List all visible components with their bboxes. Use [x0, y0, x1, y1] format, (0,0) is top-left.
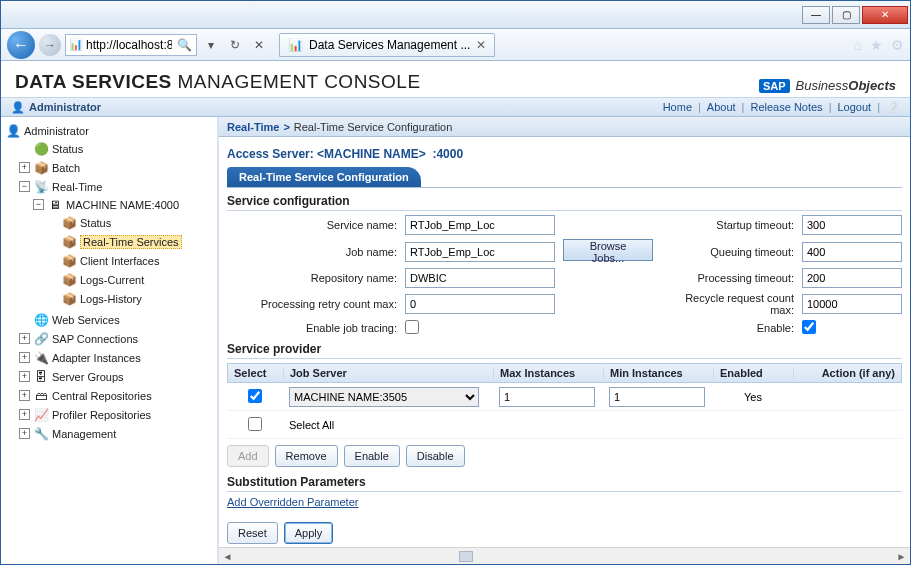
horizontal-scrollbar[interactable]: ◄ ►	[219, 547, 910, 564]
expand-icon[interactable]: +	[19, 428, 30, 439]
administrator-label: Administrator	[29, 101, 101, 113]
tree-root[interactable]: 👤Administrator	[5, 122, 215, 139]
sap-logo: SAP BusinessObjects	[759, 78, 896, 93]
stop-icon[interactable]: ✕	[249, 35, 269, 55]
collapse-icon[interactable]: −	[33, 199, 44, 210]
tree-server-groups[interactable]: +🗄Server Groups	[19, 368, 215, 385]
sp-table-row: MACHINE NAME:3505 Yes	[227, 383, 902, 411]
nav-about[interactable]: About	[707, 101, 736, 113]
nav-logout[interactable]: Logout	[837, 101, 871, 113]
status-icon: 🟢	[33, 141, 49, 157]
sp-max-instances[interactable]	[499, 387, 595, 407]
sp-enable-button[interactable]: Enable	[344, 445, 400, 467]
sp-row-select[interactable]	[248, 389, 262, 403]
tab-close-icon[interactable]: ✕	[476, 38, 486, 52]
input-retry[interactable]	[405, 294, 555, 314]
tree-logs-history[interactable]: 📦Logs-History	[47, 290, 215, 307]
tree-profiler-repos[interactable]: +📈Profiler Repositories	[19, 406, 215, 423]
url-input[interactable]	[84, 36, 174, 54]
refresh-icon[interactable]: ↻	[225, 35, 245, 55]
globe-icon: 🌐	[33, 312, 49, 328]
expand-icon[interactable]: +	[19, 371, 30, 382]
browser-tab[interactable]: 📊 Data Services Management ... ✕	[279, 33, 495, 57]
input-service-name[interactable]	[405, 215, 555, 235]
input-processing[interactable]	[802, 268, 902, 288]
minimize-button[interactable]: —	[802, 6, 830, 24]
nav-release-notes[interactable]: Release Notes	[750, 101, 822, 113]
nav-tree: 👤Administrator 🟢Status +📦Batch −📡Real-Ti…	[1, 117, 219, 564]
browse-jobs-button[interactable]: Browse Jobs...	[563, 239, 653, 261]
label-retry: Processing retry count max:	[227, 298, 397, 310]
profiler-icon: 📈	[33, 407, 49, 423]
tree-adapter-instances[interactable]: +🔌Adapter Instances	[19, 349, 215, 366]
tree-client-interfaces[interactable]: 📦Client Interfaces	[47, 252, 215, 269]
section-sub-params: Substitution Parameters	[227, 473, 902, 492]
tab-rts-config[interactable]: Real-Time Service Configuration	[227, 167, 421, 187]
back-button[interactable]: ←	[7, 31, 35, 59]
collapse-icon[interactable]: −	[19, 181, 30, 192]
input-job-name[interactable]	[405, 242, 555, 262]
sp-enabled-cell: Yes	[713, 391, 793, 403]
tree-central-repos[interactable]: +🗃Central Repositories	[19, 387, 215, 404]
scroll-thumb[interactable]	[459, 551, 473, 562]
section-service-config: Service configuration	[227, 192, 902, 211]
expand-icon[interactable]: +	[19, 390, 30, 401]
close-button[interactable]: ✕	[862, 6, 908, 24]
server-icon: 🖥	[47, 197, 63, 213]
tree-batch[interactable]: +📦Batch	[19, 159, 215, 176]
reset-button[interactable]: Reset	[227, 522, 278, 544]
tools-icon[interactable]: ⚙	[891, 37, 904, 53]
breadcrumb-current: Real-Time Service Configuration	[294, 121, 453, 133]
scroll-left-icon[interactable]: ◄	[219, 548, 236, 565]
nav-home[interactable]: Home	[663, 101, 692, 113]
input-queuing[interactable]	[802, 242, 902, 262]
caret-down-icon[interactable]: ▾	[201, 35, 221, 55]
add-overridden-param-link[interactable]: Add Overridden Parameter	[227, 496, 358, 508]
tree-m-status[interactable]: 📦Status	[47, 214, 215, 231]
breadcrumb-root[interactable]: Real-Time	[227, 121, 279, 133]
realtime-icon: 📡	[33, 179, 49, 195]
help-icon[interactable]: ❔	[886, 101, 900, 114]
access-server-line: Access Server: <MACHINE NAME> :4000	[227, 147, 902, 161]
checkbox-enable-trace[interactable]	[405, 320, 419, 334]
sp-remove-button[interactable]: Remove	[275, 445, 338, 467]
tree-machine[interactable]: −🖥MACHINE NAME:4000	[33, 196, 215, 213]
sp-job-server-select[interactable]: MACHINE NAME:3505	[289, 387, 479, 407]
label-enable-trace: Enable job tracing:	[227, 322, 397, 334]
expand-icon[interactable]: +	[19, 162, 30, 173]
sp-disable-button[interactable]: Disable	[406, 445, 465, 467]
tree-sap-connections[interactable]: +🔗SAP Connections	[19, 330, 215, 347]
search-icon[interactable]: 🔍	[174, 35, 194, 55]
favorites-icon[interactable]: ★	[870, 37, 883, 53]
address-bar[interactable]: 📊 🔍	[65, 34, 197, 56]
adapter-icon: 🔌	[33, 350, 49, 366]
label-startup: Startup timeout:	[661, 219, 794, 231]
box-icon: 📦	[61, 234, 77, 250]
home-icon[interactable]: ⌂	[854, 37, 862, 53]
tree-web-services[interactable]: 🌐Web Services	[19, 311, 215, 328]
maximize-button[interactable]: ▢	[832, 6, 860, 24]
sp-min-instances[interactable]	[609, 387, 705, 407]
label-enable: Enable:	[661, 322, 794, 334]
tree-realtime-services[interactable]: 📦Real-Time Services	[47, 233, 215, 250]
forward-button[interactable]: →	[39, 34, 61, 56]
window-titlebar: — ▢ ✕	[1, 1, 910, 29]
input-recycle[interactable]	[802, 294, 902, 314]
app-header: DATA SERVICES MANAGEMENT CONSOLE SAP Bus…	[1, 61, 910, 97]
checkbox-enable[interactable]	[802, 320, 816, 334]
scroll-right-icon[interactable]: ►	[893, 548, 910, 565]
sap-icon: 🔗	[33, 331, 49, 347]
tree-logs-current[interactable]: 📦Logs-Current	[47, 271, 215, 288]
tree-management[interactable]: +🔧Management	[19, 425, 215, 442]
input-repo[interactable]	[405, 268, 555, 288]
app-title: DATA SERVICES MANAGEMENT CONSOLE	[15, 71, 421, 93]
expand-icon[interactable]: +	[19, 352, 30, 363]
expand-icon[interactable]: +	[19, 333, 30, 344]
tree-realtime[interactable]: −📡Real-Time	[19, 178, 215, 195]
sp-select-all-checkbox[interactable]	[248, 417, 262, 431]
tree-status[interactable]: 🟢Status	[19, 140, 215, 157]
apply-button[interactable]: Apply	[284, 522, 334, 544]
expand-icon[interactable]: +	[19, 409, 30, 420]
input-startup[interactable]	[802, 215, 902, 235]
section-service-provider: Service provider	[227, 340, 902, 359]
